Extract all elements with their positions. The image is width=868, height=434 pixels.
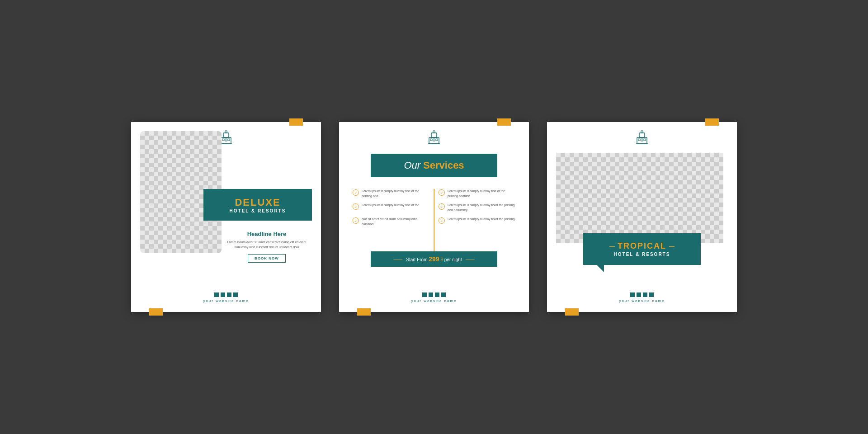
hotel-icon-2 — [425, 128, 443, 147]
dot-indicators — [131, 292, 321, 297]
dot-3 — [227, 292, 231, 297]
dot-3-1 — [630, 292, 635, 297]
service-text-6: Lorem Ipsum is simply dummy texof the pr… — [448, 217, 514, 222]
dot-2-1 — [422, 292, 427, 297]
price-prefix: Start From — [406, 257, 427, 262]
body-text: Lorem ipsum dolor sit amet consectetueai… — [222, 240, 312, 250]
dot-2-2 — [429, 292, 433, 297]
website-label: your website name — [131, 299, 321, 303]
dot-2 — [221, 292, 225, 297]
book-now-button[interactable]: BOOK NOW — [248, 254, 286, 263]
svg-rect-12 — [433, 139, 435, 141]
brand-subtitle: HOTEL & RESORTS — [230, 208, 286, 213]
service-text-2: Lorem Ipsum is simply dummy text of the … — [448, 189, 515, 198]
card1-content: Headline Here Lorem ipsum dolor sit amet… — [222, 231, 312, 267]
price-number: 299 — [429, 255, 439, 263]
service-text-3: Lorem Ipsum is simply dummy text of the — [362, 203, 419, 208]
price-text: Start From 299 $ per night — [406, 255, 462, 263]
card2-footer: your website name — [339, 292, 529, 303]
service-item-2: ✓ Lorem Ipsum is simply dummy text of th… — [439, 189, 515, 198]
svg-rect-4 — [228, 139, 230, 141]
brand-subtitle-3: HOTEL & RESORTS — [614, 252, 670, 257]
svg-rect-15 — [639, 133, 645, 137]
price-currency: $ — [440, 257, 443, 262]
check-icon-6: ✓ — [439, 217, 445, 224]
service-item-5: ✓ olor sit amet clit ed diam nonummy nib… — [353, 217, 429, 226]
website-label-2: your website name — [339, 299, 529, 303]
dot-2-4 — [441, 292, 446, 297]
dot-3-4 — [649, 292, 654, 297]
svg-rect-10 — [430, 139, 432, 141]
tropical-banner: — TROPICAL — HOTEL & RESORTS — [583, 233, 701, 265]
dot-1 — [214, 292, 219, 297]
svg-rect-5 — [225, 139, 227, 141]
svg-rect-8 — [431, 133, 437, 137]
svg-rect-3 — [222, 139, 224, 141]
card-services: Our Services ✓ Lorem Ipsum is simply dum… — [339, 122, 529, 312]
brand-name: DELUXE — [235, 197, 280, 208]
service-item-6: ✓ Lorem Ipsum is simply dummy texof the … — [439, 217, 515, 226]
dot-3-2 — [637, 292, 641, 297]
photo-placeholder-3 — [556, 153, 723, 243]
service-item-3: ✓ Lorem Ipsum is simply dummy text of th… — [353, 203, 429, 212]
service-text-4: Lorem Ipsum is simply dummy texof the pr… — [448, 203, 515, 212]
svg-rect-18 — [644, 139, 646, 141]
dot-indicators-3 — [547, 292, 737, 297]
title-services: Services — [423, 160, 464, 171]
tropical-row: — TROPICAL — — [609, 241, 675, 251]
service-item-4: ✓ Lorem Ipsum is simply dummy texof the … — [439, 203, 515, 212]
svg-rect-19 — [641, 139, 643, 141]
dot-4 — [233, 292, 238, 297]
service-text-1: Lorem Ipsum is simply dummy text of the … — [362, 189, 429, 198]
dot-indicators-2 — [339, 292, 529, 297]
dot-3-3 — [643, 292, 647, 297]
brand-name-3: TROPICAL — [618, 241, 666, 251]
hotel-icon-3 — [633, 128, 651, 147]
check-icon-5: ✓ — [353, 217, 359, 224]
services-list: ✓ Lorem Ipsum is simply dummy text of th… — [353, 189, 515, 226]
website-label-3: your website name — [547, 299, 737, 303]
dash-left: — — [609, 243, 615, 250]
title-our: Our — [404, 160, 420, 171]
card-deluxe: DELUXE HOTEL & RESORTS Headline Here Lor… — [131, 122, 321, 312]
svg-rect-17 — [638, 139, 640, 141]
dot-2-3 — [435, 292, 439, 297]
card3-footer: your website name — [547, 292, 737, 303]
dash-right: — — [669, 243, 675, 250]
service-text-5: olor sit amet clit ed diam nonummy nibb … — [362, 217, 429, 226]
svg-rect-11 — [436, 139, 438, 141]
headline: Headline Here — [222, 231, 312, 237]
check-icon-4: ✓ — [439, 203, 445, 210]
card1-footer: your website name — [131, 292, 321, 303]
svg-rect-1 — [223, 133, 229, 137]
price-banner: Start From 299 $ per night — [371, 251, 497, 267]
service-item-1: ✓ Lorem Ipsum is simply dummy text of th… — [353, 189, 429, 198]
check-icon-2: ✓ — [439, 189, 445, 196]
deluxe-banner: DELUXE HOTEL & RESORTS — [203, 189, 312, 221]
check-icon-3: ✓ — [353, 203, 359, 210]
price-suffix: per night — [444, 257, 462, 262]
check-icon-1: ✓ — [353, 189, 359, 196]
card-tropical: — TROPICAL — HOTEL & RESORTS your websit… — [547, 122, 737, 312]
services-banner: Our Services — [371, 154, 497, 177]
